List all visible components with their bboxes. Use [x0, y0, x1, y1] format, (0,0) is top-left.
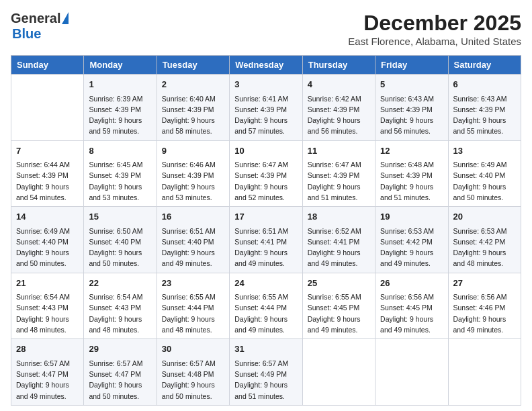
- calendar-cell: 18Sunrise: 6:52 AM Sunset: 4:41 PM Dayli…: [302, 207, 375, 273]
- day-number: 14: [16, 210, 79, 224]
- calendar-cell: 9Sunrise: 6:46 AM Sunset: 4:39 PM Daylig…: [157, 140, 229, 207]
- calendar-cell: [302, 339, 375, 406]
- day-info: Sunrise: 6:56 AM Sunset: 4:46 PM Dayligh…: [453, 291, 516, 335]
- calendar-cell: 20Sunrise: 6:53 AM Sunset: 4:42 PM Dayli…: [448, 207, 521, 273]
- weekday-header: Sunday: [11, 56, 84, 75]
- day-info: Sunrise: 6:47 AM Sunset: 4:39 PM Dayligh…: [234, 159, 297, 203]
- day-number: 20: [453, 210, 516, 224]
- day-info: Sunrise: 6:48 AM Sunset: 4:39 PM Dayligh…: [380, 159, 443, 203]
- day-info: Sunrise: 6:55 AM Sunset: 4:44 PM Dayligh…: [162, 291, 224, 335]
- calendar-cell: 6Sunrise: 6:43 AM Sunset: 4:39 PM Daylig…: [448, 75, 521, 141]
- day-info: Sunrise: 6:39 AM Sunset: 4:39 PM Dayligh…: [89, 93, 151, 137]
- page-title: December 2025: [348, 11, 521, 36]
- day-number: 7: [16, 144, 79, 158]
- day-number: 10: [234, 144, 297, 158]
- day-info: Sunrise: 6:40 AM Sunset: 4:39 PM Dayligh…: [162, 93, 224, 137]
- day-info: Sunrise: 6:57 AM Sunset: 4:47 PM Dayligh…: [16, 358, 79, 402]
- day-number: 24: [234, 277, 297, 290]
- calendar-cell: 30Sunrise: 6:57 AM Sunset: 4:48 PM Dayli…: [157, 339, 229, 406]
- day-number: 27: [453, 277, 516, 290]
- day-number: 31: [234, 342, 297, 356]
- weekday-header: Tuesday: [157, 56, 229, 75]
- calendar-cell: 21Sunrise: 6:54 AM Sunset: 4:43 PM Dayli…: [11, 273, 84, 339]
- day-number: 9: [162, 144, 224, 158]
- calendar-cell: 10Sunrise: 6:47 AM Sunset: 4:39 PM Dayli…: [230, 140, 302, 207]
- calendar-cell: 17Sunrise: 6:51 AM Sunset: 4:41 PM Dayli…: [230, 207, 302, 273]
- day-info: Sunrise: 6:42 AM Sunset: 4:39 PM Dayligh…: [308, 93, 370, 137]
- calendar-cell: 22Sunrise: 6:54 AM Sunset: 4:43 PM Dayli…: [84, 273, 157, 339]
- day-number: 25: [308, 277, 370, 290]
- day-info: Sunrise: 6:56 AM Sunset: 4:45 PM Dayligh…: [380, 291, 443, 335]
- day-info: Sunrise: 6:52 AM Sunset: 4:41 PM Dayligh…: [308, 226, 370, 269]
- day-number: 18: [308, 210, 370, 224]
- day-number: 30: [162, 342, 224, 356]
- day-number: 12: [380, 144, 443, 158]
- day-info: Sunrise: 6:47 AM Sunset: 4:39 PM Dayligh…: [308, 159, 370, 203]
- calendar-week-row: 1Sunrise: 6:39 AM Sunset: 4:39 PM Daylig…: [11, 75, 521, 141]
- calendar-cell: [448, 339, 521, 406]
- calendar-cell: [11, 75, 84, 141]
- calendar-cell: 24Sunrise: 6:55 AM Sunset: 4:44 PM Dayli…: [230, 273, 302, 339]
- calendar-cell: 14Sunrise: 6:49 AM Sunset: 4:40 PM Dayli…: [11, 207, 84, 273]
- calendar-cell: 11Sunrise: 6:47 AM Sunset: 4:39 PM Dayli…: [302, 140, 375, 207]
- day-number: 2: [162, 78, 224, 91]
- logo-blue-text: Blue: [12, 26, 41, 41]
- calendar-cell: 5Sunrise: 6:43 AM Sunset: 4:39 PM Daylig…: [375, 75, 448, 141]
- day-number: 6: [453, 78, 516, 91]
- day-info: Sunrise: 6:49 AM Sunset: 4:40 PM Dayligh…: [453, 159, 516, 203]
- day-number: 28: [16, 342, 79, 356]
- calendar-cell: 16Sunrise: 6:51 AM Sunset: 4:40 PM Dayli…: [157, 207, 229, 273]
- day-info: Sunrise: 6:54 AM Sunset: 4:43 PM Dayligh…: [89, 291, 151, 335]
- day-number: 13: [453, 144, 516, 158]
- calendar-table: SundayMondayTuesdayWednesdayThursdayFrid…: [11, 55, 521, 406]
- page-subtitle: East Florence, Alabama, United States: [348, 36, 521, 47]
- day-info: Sunrise: 6:43 AM Sunset: 4:39 PM Dayligh…: [453, 93, 516, 137]
- day-info: Sunrise: 6:55 AM Sunset: 4:44 PM Dayligh…: [234, 291, 297, 335]
- calendar-cell: 31Sunrise: 6:57 AM Sunset: 4:49 PM Dayli…: [230, 339, 302, 406]
- title-block: December 2025 East Florence, Alabama, Un…: [348, 11, 521, 47]
- day-info: Sunrise: 6:55 AM Sunset: 4:45 PM Dayligh…: [308, 291, 370, 335]
- day-info: Sunrise: 6:41 AM Sunset: 4:39 PM Dayligh…: [234, 93, 297, 137]
- day-number: 1: [89, 78, 151, 91]
- calendar-cell: 19Sunrise: 6:53 AM Sunset: 4:42 PM Dayli…: [375, 207, 448, 273]
- day-number: 16: [162, 210, 224, 224]
- day-info: Sunrise: 6:49 AM Sunset: 4:40 PM Dayligh…: [16, 226, 79, 269]
- day-info: Sunrise: 6:45 AM Sunset: 4:39 PM Dayligh…: [89, 159, 151, 203]
- calendar-cell: 1Sunrise: 6:39 AM Sunset: 4:39 PM Daylig…: [84, 75, 157, 141]
- page-header: General Blue December 2025 East Florence…: [11, 11, 521, 47]
- calendar-cell: 13Sunrise: 6:49 AM Sunset: 4:40 PM Dayli…: [448, 140, 521, 207]
- weekday-header: Thursday: [302, 56, 375, 75]
- calendar-week-row: 28Sunrise: 6:57 AM Sunset: 4:47 PM Dayli…: [11, 339, 521, 406]
- logo: General Blue: [11, 11, 69, 42]
- calendar-cell: 27Sunrise: 6:56 AM Sunset: 4:46 PM Dayli…: [448, 273, 521, 339]
- calendar-cell: 23Sunrise: 6:55 AM Sunset: 4:44 PM Dayli…: [157, 273, 229, 339]
- weekday-header: Wednesday: [230, 56, 302, 75]
- calendar-week-row: 7Sunrise: 6:44 AM Sunset: 4:39 PM Daylig…: [11, 140, 521, 207]
- calendar-cell: 25Sunrise: 6:55 AM Sunset: 4:45 PM Dayli…: [302, 273, 375, 339]
- calendar-cell: 8Sunrise: 6:45 AM Sunset: 4:39 PM Daylig…: [84, 140, 157, 207]
- day-info: Sunrise: 6:54 AM Sunset: 4:43 PM Dayligh…: [16, 291, 79, 335]
- day-number: 26: [380, 277, 443, 290]
- logo-general-text: General: [11, 11, 60, 26]
- day-info: Sunrise: 6:51 AM Sunset: 4:41 PM Dayligh…: [234, 226, 297, 269]
- calendar-cell: 29Sunrise: 6:57 AM Sunset: 4:47 PM Dayli…: [84, 339, 157, 406]
- weekday-header: Monday: [84, 56, 157, 75]
- day-info: Sunrise: 6:53 AM Sunset: 4:42 PM Dayligh…: [380, 226, 443, 269]
- day-info: Sunrise: 6:57 AM Sunset: 4:49 PM Dayligh…: [234, 358, 297, 402]
- calendar-cell: 4Sunrise: 6:42 AM Sunset: 4:39 PM Daylig…: [302, 75, 375, 141]
- header-row: SundayMondayTuesdayWednesdayThursdayFrid…: [11, 56, 521, 75]
- day-number: 5: [380, 78, 443, 91]
- day-number: 17: [234, 210, 297, 224]
- logo-triangle-icon: [62, 12, 69, 24]
- day-number: 29: [89, 342, 151, 356]
- calendar-week-row: 21Sunrise: 6:54 AM Sunset: 4:43 PM Dayli…: [11, 273, 521, 339]
- day-number: 15: [89, 210, 151, 224]
- day-info: Sunrise: 6:51 AM Sunset: 4:40 PM Dayligh…: [162, 226, 224, 269]
- calendar-cell: [375, 339, 448, 406]
- day-number: 21: [16, 277, 79, 290]
- day-number: 3: [234, 78, 297, 91]
- calendar-cell: 7Sunrise: 6:44 AM Sunset: 4:39 PM Daylig…: [11, 140, 84, 207]
- calendar-cell: 2Sunrise: 6:40 AM Sunset: 4:39 PM Daylig…: [157, 75, 229, 141]
- day-number: 19: [380, 210, 443, 224]
- calendar-cell: 26Sunrise: 6:56 AM Sunset: 4:45 PM Dayli…: [375, 273, 448, 339]
